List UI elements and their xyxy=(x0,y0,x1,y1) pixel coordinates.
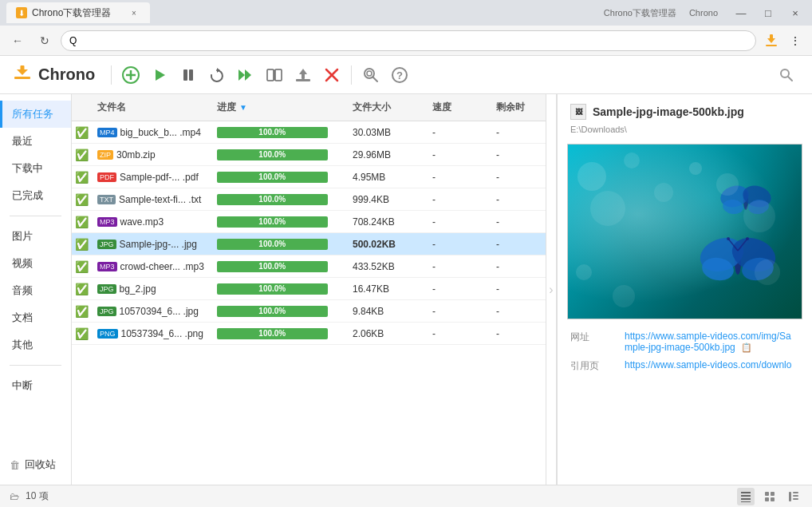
header-remaining[interactable]: 剩余时 xyxy=(490,97,546,117)
name-cell: JPG 10570394_6... .jpg xyxy=(91,303,211,319)
url-text[interactable]: https://www.sample-videos.com/img/Sample… xyxy=(625,331,791,353)
progress-cell: 100.0% xyxy=(211,147,346,163)
table-row[interactable]: ✅ PDF Sample-pdf-... .pdf 100.0% 4.95MB … xyxy=(72,166,546,188)
header-size[interactable]: 文件大小 xyxy=(346,97,426,117)
table-row[interactable]: ✅ JPG bg_2.jpg 100.0% 16.47KB - - xyxy=(72,278,546,300)
app-logo: Chrono xyxy=(13,63,95,87)
url-label: 网址 xyxy=(570,331,618,353)
speed-cell: - xyxy=(426,214,490,230)
header-remaining-label: 剩余时 xyxy=(496,101,525,114)
sidebar-item-other[interactable]: 其他 xyxy=(0,331,71,358)
delete-button[interactable] xyxy=(319,62,345,88)
table-row[interactable]: ✅ MP4 big_buck_b... .mp4 100.0% 30.03MB … xyxy=(72,121,546,144)
referrer-text[interactable]: https://www.sample-videos.com/downlo xyxy=(625,359,791,370)
table-row[interactable]: ✅ PNG 10537394_6... .png 100.0% 2.06KB -… xyxy=(72,323,546,345)
tab-close-button[interactable]: × xyxy=(128,6,140,19)
sidebar-item-all[interactable]: 所有任务 xyxy=(0,101,71,128)
svg-rect-0 xyxy=(766,45,777,46)
progress-bar: 100.0% xyxy=(217,283,328,295)
svg-point-25 xyxy=(367,71,372,76)
status-cell: ✅ xyxy=(72,168,91,186)
size-cell: 500.02KB xyxy=(346,236,426,252)
sidebar-item-recent[interactable]: 最近 xyxy=(0,128,71,155)
header-name[interactable]: 文件名 xyxy=(91,97,211,117)
browser-tab[interactable]: ⬇ Chrono下载管理器 × xyxy=(6,2,150,23)
table-row[interactable]: ✅ JPG 10570394_6... .jpg 100.0% 9.84KB -… xyxy=(72,300,546,323)
sidebar-item-docs[interactable]: 文档 xyxy=(0,304,71,331)
svg-rect-60 xyxy=(765,497,769,501)
grid-view-button[interactable] xyxy=(761,488,778,505)
sidebar-item-videos[interactable]: 视频 xyxy=(0,250,71,277)
table-row[interactable]: ✅ TXT Sample-text-fi... .txt 100.0% 999.… xyxy=(72,188,546,211)
size-cell: 9.84KB xyxy=(346,303,426,319)
sidebar-item-downloading[interactable]: 下载中 xyxy=(0,155,71,182)
svg-rect-58 xyxy=(765,492,769,496)
file-list-body[interactable]: ✅ MP4 big_buck_b... .mp4 100.0% 30.03MB … xyxy=(72,121,546,485)
progress-cell: 100.0% xyxy=(211,259,346,275)
search-button[interactable] xyxy=(358,62,384,88)
list-view-button[interactable] xyxy=(737,488,755,505)
download-arrow-icon xyxy=(763,33,779,49)
play-button[interactable] xyxy=(147,62,172,88)
book-button[interactable] xyxy=(262,62,287,88)
svg-rect-5 xyxy=(21,65,25,71)
file-name: bg_2.jpg xyxy=(120,283,156,295)
file-name: big_buck_b... .mp4 xyxy=(120,127,201,138)
file-type-badge: ZIP xyxy=(97,150,113,160)
minimize-button[interactable]: — xyxy=(731,2,751,23)
sidebar-item-audio[interactable]: 音频 xyxy=(0,277,71,304)
reload-button[interactable]: ↻ xyxy=(34,30,56,52)
magnify-search-button[interactable] xyxy=(774,62,799,88)
remaining-cell: - xyxy=(490,147,546,163)
table-row[interactable]: ✅ MP3 crowd-cheer... .mp3 100.0% 433.52K… xyxy=(72,255,546,278)
refresh-button[interactable] xyxy=(204,62,230,88)
header-progress[interactable]: 进度 ▼ xyxy=(211,97,346,117)
file-type-badge: MP4 xyxy=(97,128,117,137)
logo-icon xyxy=(13,63,32,87)
detail-view-button[interactable] xyxy=(785,488,802,505)
svg-rect-59 xyxy=(771,492,775,496)
title-bar: ⬇ Chrono下载管理器 × Chrono下载管理器 Chrono — □ × xyxy=(0,0,812,26)
toolbar-separator-2 xyxy=(351,65,352,85)
sidebar-item-interrupted[interactable]: 中断 xyxy=(0,372,71,399)
check-icon: ✅ xyxy=(75,327,89,340)
progress-cell: 100.0% xyxy=(211,192,346,208)
size-cell: 16.47KB xyxy=(346,281,426,297)
status-count: 10 项 xyxy=(26,489,49,503)
file-type-badge: JPG xyxy=(97,307,116,316)
copy-url-button[interactable]: 📋 xyxy=(741,343,752,352)
help-button[interactable]: ? xyxy=(387,62,412,88)
maximize-button[interactable]: □ xyxy=(758,2,778,23)
address-bar[interactable] xyxy=(61,30,756,51)
table-row[interactable]: ✅ ZIP 30mb.zip 100.0% 29.96MB - - xyxy=(72,144,546,166)
svg-rect-55 xyxy=(741,495,751,497)
header-speed[interactable]: 速度 xyxy=(426,97,490,117)
chrono-download-icon[interactable] xyxy=(761,30,782,51)
sidebar-item-completed[interactable]: 已完成 xyxy=(0,182,71,209)
table-row[interactable]: ✅ JPG Sample-jpg-... .jpg 100.0% 500.02K… xyxy=(72,233,546,255)
table-row[interactable]: ✅ MP3 wave.mp3 100.0% 708.24KB - - xyxy=(72,211,546,233)
status-right-controls xyxy=(737,488,802,505)
toolbar-right xyxy=(774,62,799,88)
sidebar-item-trash[interactable]: 🗑 回收站 xyxy=(0,451,71,478)
folder-icon: 🗁 xyxy=(10,491,19,502)
add-button[interactable] xyxy=(118,62,144,88)
status-cell: ✅ xyxy=(72,303,91,320)
progress-bar: 100.0% xyxy=(217,127,328,138)
add-icon xyxy=(122,66,140,84)
pause-button[interactable] xyxy=(175,62,201,88)
status-bar: 🗁 10 项 xyxy=(0,485,812,507)
play-all-button[interactable] xyxy=(233,62,258,88)
resize-handle[interactable]: › xyxy=(546,94,557,485)
book-icon xyxy=(266,67,283,83)
preview-title: 🖼 Sample-jpg-image-500kb.jpg xyxy=(570,104,799,120)
browser-menu-button[interactable]: ⋮ xyxy=(785,30,806,51)
svg-line-24 xyxy=(373,77,378,81)
close-button[interactable]: × xyxy=(785,2,806,23)
remaining-cell: - xyxy=(490,326,546,342)
svg-marker-13 xyxy=(238,69,245,81)
sidebar-item-images[interactable]: 图片 xyxy=(0,223,71,250)
progress-bar: 100.0% xyxy=(217,172,328,183)
upload-button[interactable] xyxy=(290,62,316,88)
back-button[interactable]: ← xyxy=(6,30,29,52)
